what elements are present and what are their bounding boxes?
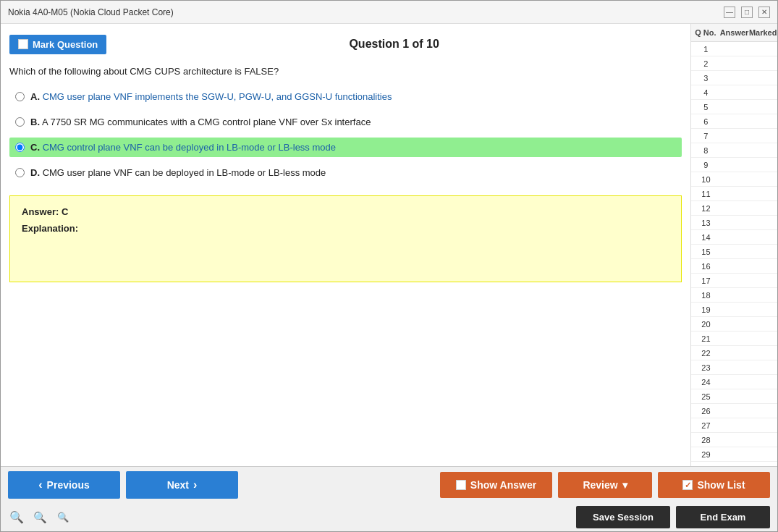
sidebar-cell-qno: 10 — [691, 175, 718, 184]
sidebar-row[interactable]: 1 — [691, 42, 777, 56]
sidebar-cell-qno: 5 — [691, 103, 718, 111]
app-window: Nokia 4A0-M05 (Nokia Cloud Packet Core) … — [0, 0, 778, 532]
sidebar-row[interactable]: 24 — [691, 375, 777, 389]
show-list-label: Show List — [697, 479, 745, 491]
sidebar-row[interactable]: 6 — [691, 114, 777, 129]
mark-checkbox-icon: ✓ — [18, 39, 28, 49]
sidebar-qno-header: Q No. — [691, 27, 720, 38]
sidebar-row[interactable]: 7 — [691, 129, 777, 143]
sidebar-row[interactable]: 9 — [691, 158, 777, 172]
answer-label: Answer: C — [22, 206, 669, 217]
sidebar-row[interactable]: 2 — [691, 56, 777, 71]
end-exam-button[interactable]: End Exam — [676, 506, 770, 528]
sidebar-cell-qno: 20 — [691, 320, 718, 329]
show-answer-label: Show Answer — [470, 479, 536, 491]
sidebar-cell-qno: 13 — [691, 219, 718, 227]
show-answer-button[interactable]: Show Answer — [440, 472, 552, 498]
option-d[interactable]: D. CMG user plane VNF can be deployed in… — [9, 163, 682, 182]
sidebar-row[interactable]: 14 — [691, 230, 777, 245]
sidebar-header: Q No. Answer Marked — [691, 24, 777, 42]
sidebar-row[interactable]: 16 — [691, 259, 777, 274]
sidebar-row[interactable]: 15 — [691, 245, 777, 259]
sidebar-row[interactable]: 21 — [691, 332, 777, 346]
end-exam-label: End Exam — [701, 512, 746, 523]
window-controls: — □ ✕ — [724, 7, 770, 18]
sidebar-row[interactable]: 5 — [691, 100, 777, 114]
explanation-label: Explanation: — [22, 223, 669, 234]
sidebar-cell-qno: 21 — [691, 334, 718, 343]
sidebar-row[interactable]: 22 — [691, 346, 777, 360]
save-session-label: Save Session — [593, 512, 654, 523]
sidebar-cell-qno: 8 — [691, 146, 718, 155]
option-b-text: B. A 7750 SR MG communicates with a CMG … — [30, 117, 371, 127]
sidebar-cell-qno: 25 — [691, 392, 718, 401]
sidebar-marked-header: Marked — [748, 27, 777, 38]
minimize-button[interactable]: — — [724, 7, 735, 18]
sidebar-cell-qno: 16 — [691, 262, 718, 271]
sidebar-row[interactable]: 25 — [691, 389, 777, 404]
sidebar-row[interactable]: 29 — [691, 447, 777, 462]
sidebar-cell-qno: 11 — [691, 190, 718, 198]
chevron-right-icon — [193, 478, 197, 491]
sidebar-row[interactable]: 13 — [691, 216, 777, 230]
sidebar-question-list[interactable]: 1234567891011121314151617181920212223242… — [691, 42, 777, 466]
previous-label: Previous — [47, 479, 90, 491]
radio-c[interactable] — [15, 143, 25, 152]
sidebar-row[interactable]: 17 — [691, 274, 777, 288]
sidebar-cell-qno: 17 — [691, 276, 718, 285]
sidebar-cell-qno: 15 — [691, 248, 718, 256]
maximize-button[interactable]: □ — [741, 7, 753, 18]
sidebar-row[interactable]: 12 — [691, 201, 777, 216]
sidebar-row[interactable]: 28 — [691, 433, 777, 447]
save-session-button[interactable]: Save Session — [576, 506, 670, 528]
next-button[interactable]: Next — [126, 471, 238, 499]
sidebar-row[interactable]: 10 — [691, 172, 777, 187]
show-list-checkbox-icon: ✓ — [682, 480, 693, 490]
sidebar-cell-qno: 9 — [691, 161, 718, 169]
review-dropdown-icon: ▾ — [622, 479, 627, 491]
sidebar-row[interactable]: 18 — [691, 288, 777, 303]
review-label: Review — [583, 479, 617, 491]
option-b[interactable]: B. A 7750 SR MG communicates with a CMG … — [9, 112, 682, 132]
show-list-button[interactable]: ✓ Show List — [658, 472, 770, 498]
previous-button[interactable]: Previous — [8, 471, 120, 499]
sidebar-cell-qno: 28 — [691, 436, 718, 444]
sidebar-row[interactable]: 8 — [691, 143, 777, 158]
bottom-nav-row: Previous Next Show Answer Review ▾ ✓ Sho… — [1, 467, 777, 503]
bottom-area: Previous Next Show Answer Review ▾ ✓ Sho… — [1, 466, 777, 531]
option-d-text: D. CMG user plane VNF can be deployed in… — [30, 167, 326, 178]
question-text: Which of the following about CMG CUPS ar… — [9, 66, 682, 77]
close-button[interactable]: ✕ — [758, 7, 770, 18]
sidebar-row[interactable]: 11 — [691, 187, 777, 201]
show-answer-checkbox-icon — [456, 480, 466, 490]
mark-question-button[interactable]: ✓ Mark Question — [9, 35, 106, 54]
sidebar-row[interactable]: 26 — [691, 404, 777, 418]
sidebar-cell-qno: 1 — [691, 45, 718, 54]
sidebar-row[interactable]: 23 — [691, 360, 777, 375]
option-a-text: A. CMG user plane VNF implements the SGW… — [30, 91, 392, 102]
sidebar-row[interactable]: 3 — [691, 71, 777, 85]
zoom-in-button[interactable]: 🔍 — [8, 509, 25, 526]
zoom-reset-button[interactable]: 🔍 — [31, 509, 48, 526]
sidebar-row[interactable]: 20 — [691, 317, 777, 332]
sidebar-cell-qno: 6 — [691, 117, 718, 126]
sidebar-row[interactable]: 19 — [691, 303, 777, 317]
sidebar-cell-qno: 22 — [691, 349, 718, 358]
sidebar-row[interactable]: 4 — [691, 85, 777, 100]
radio-a[interactable] — [15, 92, 25, 101]
sidebar-cell-qno: 4 — [691, 88, 718, 97]
bottom-session-row: 🔍 🔍 🔍 Save Session End Exam — [1, 503, 777, 531]
answer-box: Answer: C Explanation: — [9, 195, 682, 282]
sidebar-cell-qno: 14 — [691, 233, 718, 242]
zoom-out-button[interactable]: 🔍 — [54, 509, 72, 526]
radio-d[interactable] — [15, 168, 25, 177]
option-c[interactable]: C. CMG control plane VNF can be deployed… — [9, 138, 682, 157]
sidebar-row[interactable]: 27 — [691, 418, 777, 433]
sidebar-cell-qno: 27 — [691, 421, 718, 430]
option-a[interactable]: A. CMG user plane VNF implements the SGW… — [9, 87, 682, 106]
zoom-in-icon: 🔍 — [9, 510, 24, 524]
sidebar-cell-qno: 2 — [691, 59, 718, 68]
radio-b[interactable] — [15, 117, 25, 127]
sidebar-cell-qno: 26 — [691, 407, 718, 415]
review-button[interactable]: Review ▾ — [558, 472, 652, 498]
